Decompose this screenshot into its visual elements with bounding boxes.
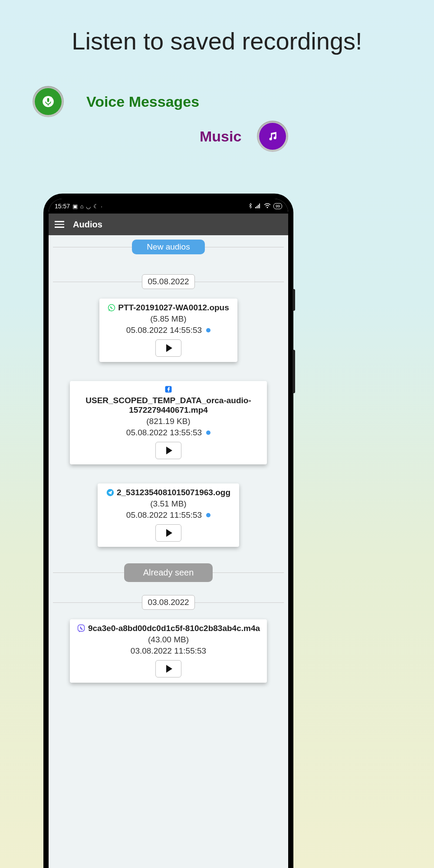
hero-title: Listen to saved recordings! [0,27,434,55]
feature-voice-row: Voice Messages [33,86,199,117]
audio-timestamp: 03.08.2022 11:55:53 [131,646,206,656]
play-icon [166,529,172,537]
svg-rect-4 [256,206,257,208]
status-time: 15:57 [55,203,70,210]
audio-timestamp: 05.08.2022 13:55:53 [126,428,202,437]
audio-filename: 2_5312354081015071963.ogg [117,488,230,497]
viber-icon [77,624,85,633]
app-bar: Audios [49,214,288,235]
unread-dot-icon [206,431,210,435]
voice-messages-label: Voice Messages [86,93,199,110]
audio-filename: PTT-20191027-WA0012.opus [118,303,229,312]
audio-card[interactable]: USER_SCOPED_TEMP_DATA_orca-audio-1572279… [70,381,267,464]
section-new-audios: New audios [53,240,284,254]
bluetooth-icon [248,203,253,210]
audio-card[interactable]: 9ca3e0-a8bd00dc0d1c5f-810c2b83ab4c.m4a (… [70,619,267,683]
already-seen-pill[interactable]: Already seen [124,563,213,582]
phone-screen: 15:57 ▣ ⌂ ◡ ☾ · 99 Audios [49,199,288,868]
play-button[interactable] [155,524,181,542]
date-chip: 05.08.2022 [142,274,194,289]
audio-size: (43.00 MB) [75,635,262,644]
play-icon [166,447,172,454]
content-area: New audios 05.08.2022 PTT-20191027-WA001… [49,240,288,683]
facebook-icon [164,385,172,393]
status-bar: 15:57 ▣ ⌂ ◡ ☾ · 99 [49,199,288,214]
whatsapp-icon [108,304,115,312]
music-label: Music [200,128,241,145]
unread-dot-icon [206,328,210,332]
battery-indicator: 99 [273,203,282,209]
menu-icon[interactable] [55,221,64,228]
phone-frame: 15:57 ▣ ⌂ ◡ ☾ · 99 Audios [43,194,293,868]
audio-timestamp: 05.08.2022 14:55:53 [126,326,202,335]
audio-size: (821.19 KB) [75,417,262,426]
section-already-seen: Already seen [53,563,284,582]
play-button[interactable] [155,339,181,357]
audio-card[interactable]: 2_5312354081015071963.ogg (3.51 MB) 05.0… [98,483,239,547]
audio-size: (3.51 MB) [103,499,234,509]
music-note-icon [257,121,288,152]
unread-dot-icon [206,513,210,517]
audio-size: (5.85 MB) [105,314,232,324]
audio-card[interactable]: PTT-20191027-WA0012.opus (5.85 MB) 05.08… [99,299,237,362]
date-divider: 03.08.2022 [53,595,284,610]
play-button[interactable] [155,442,181,459]
svg-rect-1 [47,98,49,102]
svg-point-7 [266,207,268,208]
wifi-icon [264,203,271,210]
telegram-icon [106,489,114,496]
svg-rect-6 [259,204,260,208]
play-button[interactable] [155,660,181,677]
play-icon [166,344,172,352]
date-divider: 05.08.2022 [53,274,284,289]
signal-icon [255,203,261,210]
phone-side-button [293,289,295,311]
play-icon [166,665,172,673]
date-chip: 03.08.2022 [142,595,194,610]
audio-filename: USER_SCOPED_TEMP_DATA_orca-audio-1572279… [75,396,262,415]
new-audios-pill[interactable]: New audios [132,240,204,254]
svg-rect-5 [258,205,259,208]
feature-music-row: Music [200,121,288,152]
audio-filename: 9ca3e0-a8bd00dc0d1c5f-810c2b83ab4c.m4a [88,624,260,633]
audio-timestamp: 05.08.2022 11:55:53 [126,510,202,520]
status-notification-icons: ▣ ⌂ ◡ ☾ · [72,203,103,210]
microphone-icon [33,86,64,117]
svg-rect-3 [255,207,256,208]
app-bar-title: Audios [73,220,102,230]
phone-side-button [293,350,295,393]
